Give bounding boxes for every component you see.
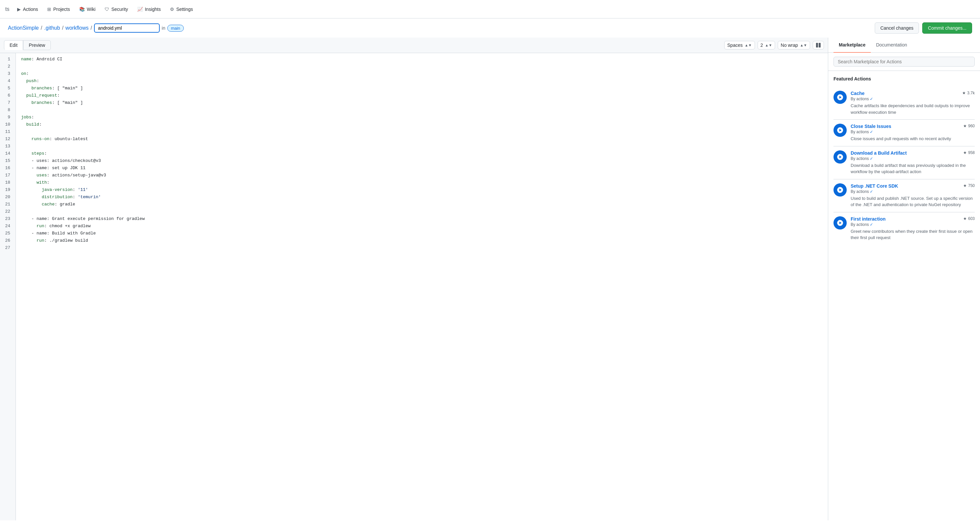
line-number: 21	[3, 201, 10, 208]
commit-changes-button[interactable]: Commit changes...	[922, 22, 972, 33]
breadcrumb-github[interactable]: .github	[44, 25, 60, 31]
action-item: First interaction ★ 603 By actions ✓ Gre…	[834, 212, 975, 245]
code-line: cache: gradle	[21, 201, 822, 208]
code-line: build:	[21, 121, 822, 128]
by-label: By actions	[851, 156, 869, 161]
star-icon: ★	[963, 124, 967, 128]
code-line	[21, 128, 822, 135]
line-number: 16	[3, 165, 10, 172]
editor-panel: Edit Preview Spaces ▲▼ 2 ▲▼ No wrap ▲▼	[0, 38, 828, 520]
verified-icon: ✓	[870, 156, 873, 161]
action-by: By actions ✓	[851, 97, 975, 101]
action-by: By actions ✓	[851, 222, 975, 227]
action-play-icon[interactable]	[834, 216, 847, 229]
wrap-mode-arrow: ▲▼	[800, 43, 807, 47]
breadcrumb-repo[interactable]: ActionSimple	[8, 25, 38, 31]
line-number: 25	[3, 230, 10, 237]
action-item: Setup .NET Core SDK ★ 750 By actions ✓ U…	[834, 179, 975, 212]
action-play-icon[interactable]	[834, 124, 847, 137]
line-number: 26	[3, 237, 10, 245]
action-play-icon[interactable]	[834, 150, 847, 164]
line-number: 6	[3, 92, 10, 99]
action-desc: Used to build and publish .NET source. S…	[851, 195, 975, 208]
svg-rect-1	[819, 43, 821, 48]
action-desc: Download a build artifact that was previ…	[851, 162, 975, 175]
by-label: By actions	[851, 222, 869, 227]
indent-mode-select[interactable]: Spaces ▲▼	[724, 41, 755, 49]
action-header: Cache ★ 3.7k	[851, 91, 975, 96]
action-stars: ★ 750	[963, 183, 975, 188]
line-number: 20	[3, 194, 10, 201]
actions-list: Cache ★ 3.7k By actions ✓ Cache artifact…	[834, 87, 975, 245]
sidebar-tab-documentation[interactable]: Documentation	[871, 38, 912, 53]
nav-item-actions[interactable]: ▶ Actions	[13, 4, 42, 14]
by-label: By actions	[851, 130, 869, 134]
action-stars: ★ 958	[963, 150, 975, 155]
line-number: 4	[3, 78, 10, 85]
action-header: Setup .NET Core SDK ★ 750	[851, 183, 975, 189]
action-item: Cache ★ 3.7k By actions ✓ Cache artifact…	[834, 87, 975, 120]
action-name[interactable]: First interaction	[851, 216, 886, 222]
code-line: uses: actions/setup-java@v3	[21, 172, 822, 179]
line-number: 12	[3, 135, 10, 143]
nav-item-insights[interactable]: 📈 Insights	[133, 4, 165, 14]
sidebar-tab-marketplace[interactable]: Marketplace	[834, 38, 871, 53]
marketplace-search-input[interactable]	[834, 57, 975, 67]
action-by: By actions ✓	[851, 130, 975, 134]
line-number: 24	[3, 222, 10, 230]
line-number: 14	[3, 150, 10, 157]
indent-mode-arrow: ▲▼	[745, 43, 752, 47]
verified-icon: ✓	[870, 189, 873, 194]
line-number: 11	[3, 128, 10, 135]
breadcrumb-sep-1: /	[41, 25, 42, 31]
code-editor[interactable]: 1234567891011121314151617181920212223242…	[0, 53, 828, 520]
sidebar-content: Featured Actions Cache ★ 3.7k By actions…	[828, 71, 980, 250]
svg-rect-0	[816, 43, 818, 48]
code-line: on:	[21, 70, 822, 78]
line-number: 27	[3, 245, 10, 252]
wrap-mode-select[interactable]: No wrap ▲▼	[778, 41, 810, 49]
line-number: 13	[3, 143, 10, 150]
featured-actions-title: Featured Actions	[834, 76, 975, 81]
action-name[interactable]: Close Stale Issues	[851, 124, 891, 129]
main-layout: Edit Preview Spaces ▲▼ 2 ▲▼ No wrap ▲▼	[0, 38, 980, 520]
action-item: Download a Build Artifact ★ 958 By actio…	[834, 146, 975, 179]
line-number: 7	[3, 99, 10, 106]
nav-item-projects[interactable]: ⊞ Projects	[43, 4, 74, 14]
action-play-icon[interactable]	[834, 91, 847, 104]
breadcrumb-workflows[interactable]: workflows	[65, 25, 88, 31]
line-number: 19	[3, 186, 10, 194]
settings-icon: ⚙	[170, 6, 174, 12]
action-item: Close Stale Issues ★ 960 By actions ✓ Cl…	[834, 120, 975, 146]
nav-item-wiki[interactable]: 📚 Wiki	[75, 4, 99, 14]
sidebar-search	[828, 53, 980, 71]
action-stars: ★ 3.7k	[962, 91, 975, 95]
indent-size-select[interactable]: 2 ▲▼	[757, 41, 775, 49]
line-number: 5	[3, 85, 10, 92]
code-line: runs-on: ubuntu-latest	[21, 135, 822, 143]
tab-edit[interactable]: Edit	[4, 40, 23, 50]
nav-dots: ts	[5, 6, 9, 12]
indent-size-arrow: ▲▼	[765, 43, 772, 47]
tab-preview[interactable]: Preview	[23, 40, 51, 50]
editor-toolbar: Edit Preview Spaces ▲▼ 2 ▲▼ No wrap ▲▼	[0, 38, 828, 53]
split-view-button[interactable]	[813, 41, 824, 49]
line-numbers: 1234567891011121314151617181920212223242…	[0, 53, 16, 520]
action-name[interactable]: Setup .NET Core SDK	[851, 183, 898, 189]
action-by: By actions ✓	[851, 189, 975, 194]
action-body: Cache ★ 3.7k By actions ✓ Cache artifact…	[851, 91, 975, 115]
breadcrumb-sep-2: /	[62, 25, 64, 31]
nav-item-settings[interactable]: ⚙ Settings	[166, 4, 197, 14]
nav-item-security[interactable]: 🛡 Security	[101, 4, 132, 14]
cancel-changes-button[interactable]: Cancel changes	[875, 22, 919, 33]
line-number: 9	[3, 114, 10, 121]
code-line: steps:	[21, 150, 822, 157]
action-play-icon[interactable]	[834, 183, 847, 197]
sidebar-tabs: Marketplace Documentation	[828, 38, 980, 53]
filename-input[interactable]	[94, 24, 160, 33]
action-name[interactable]: Download a Build Artifact	[851, 150, 907, 156]
code-content[interactable]: name: Android CI on: push: branches: [ "…	[16, 53, 828, 520]
action-name[interactable]: Cache	[851, 91, 864, 96]
action-body: Close Stale Issues ★ 960 By actions ✓ Cl…	[851, 124, 975, 142]
editor-controls: Spaces ▲▼ 2 ▲▼ No wrap ▲▼	[724, 41, 824, 49]
